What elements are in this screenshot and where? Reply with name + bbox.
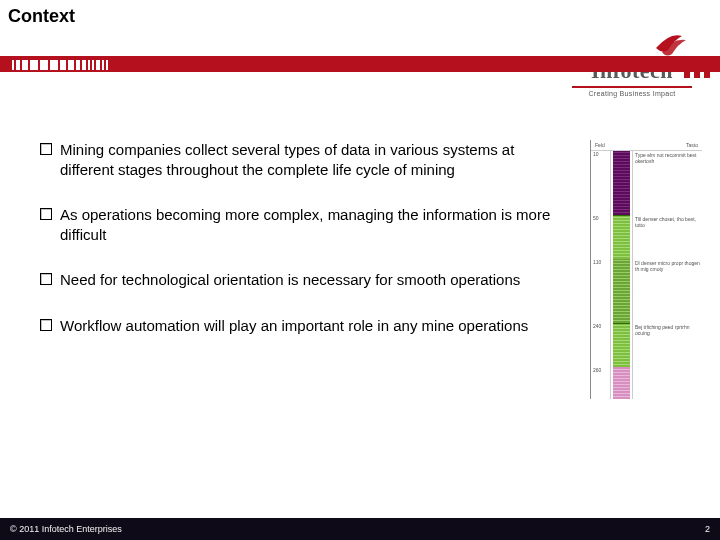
figure-row: 260 (591, 367, 702, 399)
bullet-text: Need for technological orientation is ne… (60, 270, 520, 290)
square-bullet-icon (40, 319, 52, 331)
list-item: Need for technological orientation is ne… (40, 270, 560, 290)
list-item: As operations becoming more complex, man… (40, 205, 560, 244)
red-bar (0, 56, 720, 72)
footer: © 2011 Infotech Enterprises 2 (0, 518, 720, 540)
figure-row: 110 Dl denser micro propr thogen th mig … (591, 259, 702, 323)
depth-label: 110 (591, 259, 611, 323)
square-bullet-icon (40, 143, 52, 155)
figure-row: 10 Type elm not recommit best okertosh (591, 151, 702, 215)
lithology-bar (611, 151, 633, 215)
figure-row: 240 Bej trliching peed rprtrhn ocuing (591, 323, 702, 367)
square-bullet-icon (40, 208, 52, 220)
depth-label: 260 (591, 367, 611, 399)
leaf-swoosh-icon (652, 28, 692, 56)
logo-mark (572, 34, 692, 58)
bullet-text: Mining companies collect several types o… (60, 140, 560, 179)
lithology-bar (611, 259, 633, 323)
row-desc: Dl denser micro propr thogen th mig cmot… (633, 259, 702, 323)
content-area: Mining companies collect several types o… (40, 140, 560, 361)
row-desc: Till denser choset, tho best, totto (633, 215, 702, 259)
slide: Context Infotech Creating Business Impac… (0, 0, 720, 540)
square-bullet-icon (40, 273, 52, 285)
fig-hdr-left: Feld (595, 142, 605, 148)
figure-header: Feld Tasto (591, 140, 702, 151)
row-desc: Type elm not recommit best okertosh (633, 151, 702, 215)
depth-label: 10 (591, 151, 611, 215)
band-stripes-left (12, 60, 108, 70)
figure-row: 50 Till denser choset, tho best, totto (591, 215, 702, 259)
lithology-bar (611, 323, 633, 367)
depth-label: 240 (591, 323, 611, 367)
row-desc (633, 367, 702, 399)
lithology-bar (611, 367, 633, 399)
fig-hdr-right: Tasto (686, 142, 698, 148)
logo-tagline: Creating Business Impact (572, 86, 692, 97)
divider-band (0, 56, 720, 86)
copyright: © 2011 Infotech Enterprises (10, 524, 122, 534)
page-title: Context (8, 6, 75, 27)
depth-label: 50 (591, 215, 611, 259)
bullet-text: As operations becoming more complex, man… (60, 205, 560, 244)
page-number: 2 (705, 524, 710, 534)
stratigraphy-figure: Feld Tasto 10 Type elm not recommit best… (590, 140, 702, 399)
bullet-text: Workflow automation will play an importa… (60, 316, 528, 336)
row-desc: Bej trliching peed rprtrhn ocuing (633, 323, 702, 367)
list-item: Workflow automation will play an importa… (40, 316, 560, 336)
band-stripes-right (684, 56, 710, 78)
list-item: Mining companies collect several types o… (40, 140, 560, 179)
lithology-bar (611, 215, 633, 259)
